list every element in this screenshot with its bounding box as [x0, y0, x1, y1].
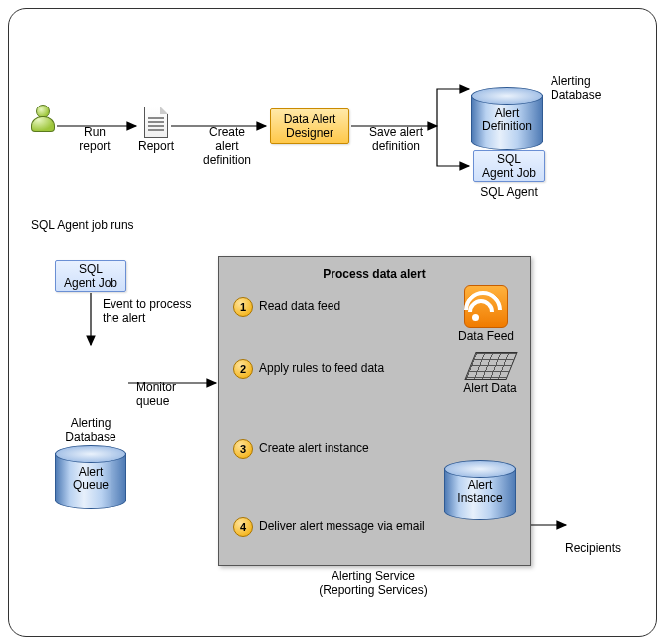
rss-icon: [464, 285, 508, 328]
diagram-frame: Run report Report Create alert definitio…: [0, 0, 664, 644]
step-2-number: 2: [233, 359, 253, 379]
step-4-text: Deliver alert message via email: [259, 519, 425, 533]
alert-data-label: Alert Data: [456, 382, 524, 396]
alerting-database-label-top: Alerting Database: [551, 75, 610, 103]
alert-instance-db-label: Alert Instance: [444, 479, 516, 505]
process-panel-title: Process data alert: [219, 267, 530, 281]
step-1-number: 1: [233, 297, 253, 317]
sql-agent-job-box-top: SQL Agent Job: [473, 150, 545, 182]
user-icon: [31, 105, 55, 132]
recipients-label: Recipients: [558, 542, 628, 556]
alert-definition-db-icon: Alert Definition: [471, 87, 543, 150]
report-icon: [144, 107, 168, 138]
run-report-label: Run report: [65, 126, 124, 154]
save-alert-def-label: Save alert definition: [359, 126, 433, 154]
sql-agent-label: SQL Agent: [473, 186, 545, 200]
step-3-text: Create alert instance: [259, 441, 369, 455]
create-alert-def-label: Create alert definition: [192, 126, 262, 167]
alert-instance-db-icon: Alert Instance: [444, 460, 516, 520]
event-to-process-label: Event to process the alert: [103, 298, 212, 325]
step-4-number: 4: [233, 517, 253, 537]
process-data-alert-panel: Process data alert 1 Read data feed Data…: [218, 256, 531, 566]
step-1-text: Read data feed: [259, 299, 340, 313]
report-label: Report: [134, 140, 178, 154]
grid-icon: [464, 352, 517, 380]
alerting-database-label-mid: Alerting Database: [51, 417, 130, 445]
alert-definition-db-label: Alert Definition: [471, 107, 543, 133]
sql-agent-job-runs-heading: SQL Agent job runs: [31, 218, 134, 232]
alerting-service-caption: Alerting Service (Reporting Services): [218, 570, 529, 598]
alert-queue-db-label: Alert Queue: [55, 466, 126, 492]
step-3-number: 3: [233, 439, 253, 459]
data-alert-designer-box: Data Alert Designer: [270, 108, 349, 144]
sql-agent-job-box-mid: SQL Agent Job: [55, 260, 126, 292]
step-2-text: Apply rules to feed data: [259, 361, 384, 375]
diagram-panel: Run report Report Create alert definitio…: [8, 8, 657, 637]
alert-queue-db-icon: Alert Queue: [55, 445, 126, 509]
monitor-queue-label: Monitor queue: [136, 381, 196, 409]
data-feed-label: Data Feed: [452, 330, 520, 344]
